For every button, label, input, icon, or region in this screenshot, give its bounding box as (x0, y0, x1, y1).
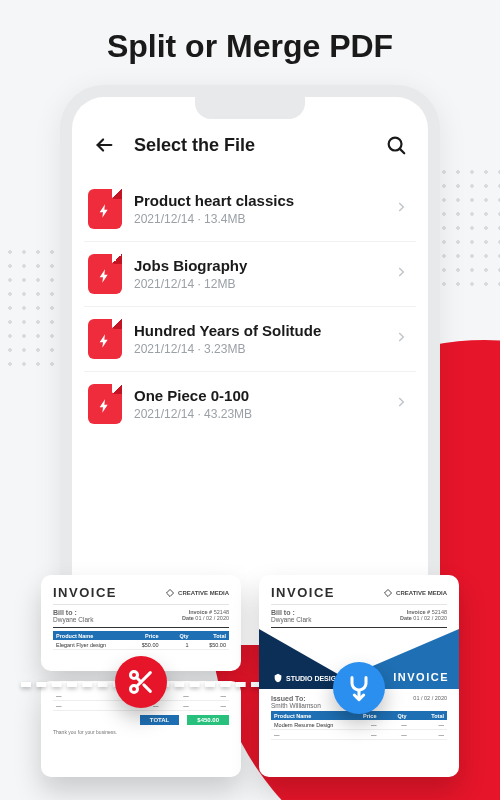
chevron-right-icon (394, 265, 408, 283)
split-badge[interactable] (115, 656, 167, 708)
file-meta: 2021/12/14 · 13.4MB (134, 212, 382, 226)
file-row[interactable]: Product heart classics 2021/12/14 · 13.4… (84, 177, 416, 242)
file-text: One Piece 0-100 2021/12/14 · 43.23MB (134, 387, 382, 421)
pdf-file-icon (88, 384, 122, 424)
search-button[interactable] (382, 131, 410, 159)
diamond-icon (165, 588, 175, 598)
file-list: Product heart classics 2021/12/14 · 13.4… (72, 171, 428, 442)
page-title: Split or Merge PDF (0, 0, 500, 65)
file-text: Jobs Biography 2021/12/14 · 12MB (134, 257, 382, 291)
merge-badge[interactable] (333, 662, 385, 714)
file-text: Product heart classics 2021/12/14 · 13.4… (134, 192, 382, 226)
file-text: Hundred Years of Solitude 2021/12/14 · 3… (134, 322, 382, 356)
merge-preview: INVOICE CREATIVE MEDIA Bill to :Dwyane C… (259, 575, 459, 788)
invoice-label-reverse: INVOICE (393, 671, 449, 683)
invoice-brand: CREATIVE MEDIA (383, 588, 447, 598)
appbar-title: Select the File (134, 135, 366, 156)
studio-logo: STUDIO DESIGN (273, 673, 341, 683)
invoice-label: INVOICE (53, 585, 117, 600)
pdf-file-icon (88, 254, 122, 294)
pdf-file-icon (88, 189, 122, 229)
invoice-label: INVOICE (271, 585, 335, 600)
file-meta: 2021/12/14 · 3.23MB (134, 342, 382, 356)
svg-line-8 (136, 677, 141, 682)
scissors-icon (127, 668, 155, 696)
merge-icon (345, 674, 373, 702)
split-preview: INVOICE CREATIVE MEDIA Bill to :Dwyane C… (41, 575, 241, 788)
invoice-brand: CREATIVE MEDIA (165, 588, 229, 598)
phone-notch (195, 97, 305, 119)
diamond-icon (383, 588, 393, 598)
invoice-footer: Thank you for your business. (53, 729, 229, 735)
preview-row: INVOICE CREATIVE MEDIA Bill to :Dwyane C… (0, 575, 500, 800)
file-title: One Piece 0-100 (134, 387, 382, 404)
file-title: Product heart classics (134, 192, 382, 209)
search-icon (385, 134, 407, 156)
chevron-right-icon (394, 200, 408, 218)
file-row[interactable]: Hundred Years of Solitude 2021/12/14 · 3… (84, 307, 416, 372)
phone-mockup: Select the File Product heart classics 2… (60, 85, 440, 645)
invoice-total: TOTAL$450.00 (53, 715, 229, 725)
chevron-right-icon (394, 395, 408, 413)
file-meta: 2021/12/14 · 43.23MB (134, 407, 382, 421)
file-row[interactable]: Jobs Biography 2021/12/14 · 12MB (84, 242, 416, 307)
pdf-file-icon (88, 319, 122, 359)
file-title: Jobs Biography (134, 257, 382, 274)
file-meta: 2021/12/14 · 12MB (134, 277, 382, 291)
arrow-left-icon (93, 134, 115, 156)
file-title: Hundred Years of Solitude (134, 322, 382, 339)
svg-line-7 (144, 684, 150, 690)
svg-line-2 (400, 149, 404, 153)
svg-rect-9 (385, 589, 392, 596)
file-row[interactable]: One Piece 0-100 2021/12/14 · 43.23MB (84, 372, 416, 436)
back-button[interactable] (90, 131, 118, 159)
chevron-right-icon (394, 330, 408, 348)
svg-rect-3 (167, 589, 174, 596)
shield-icon (273, 673, 283, 683)
